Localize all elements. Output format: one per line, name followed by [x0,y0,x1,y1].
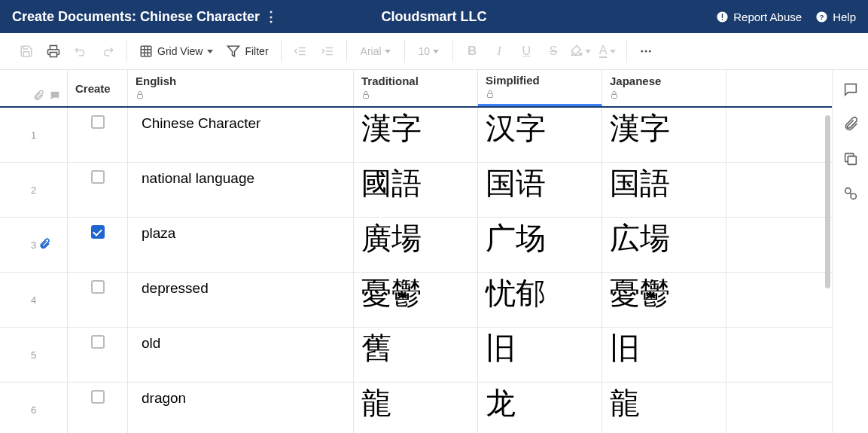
font-size-selector[interactable]: 10 [411,38,447,64]
attachment-icon[interactable] [38,238,50,252]
column-create[interactable]: Create [68,70,128,106]
fill-color-button[interactable] [568,38,593,64]
cell-simplified[interactable]: 龙 [478,383,602,433]
comment-icon [49,90,61,102]
column-english[interactable]: English [128,70,354,106]
font-selector[interactable]: Arial [353,38,398,64]
svg-text:?: ? [820,13,824,21]
redo-button[interactable] [95,38,120,64]
cell-create[interactable] [68,108,128,162]
table-row[interactable]: 4depressed憂鬱忧郁憂鬱 [0,273,832,328]
doc-menu-icon[interactable]: ⋮ [264,8,278,25]
column-english-label: English [136,75,346,87]
svg-rect-26 [848,156,856,164]
attachments-panel-button[interactable] [842,115,860,133]
svg-rect-23 [364,95,369,99]
indent-button[interactable] [315,38,340,64]
cell-traditional[interactable]: 國語 [354,163,478,217]
attachment-icon [32,90,44,102]
cell-create[interactable] [68,383,128,433]
cell-japanese[interactable]: 広場 [602,218,726,272]
cell-create[interactable] [68,328,128,382]
row-number[interactable]: 6 [0,383,68,433]
table-row[interactable]: 1Chinese Character漢字汉字漢字 [0,108,832,163]
svg-rect-1 [722,14,723,18]
undo-button[interactable] [68,38,93,64]
view-selector[interactable]: Grid View [133,38,219,64]
cell-simplified[interactable]: 汉字 [478,108,602,162]
help-link[interactable]: ? Help [815,11,856,23]
table-row[interactable]: 5old舊旧旧 [0,328,832,383]
lock-icon [136,89,346,102]
cell-simplified[interactable]: 忧郁 [478,273,602,327]
svg-rect-5 [50,53,57,57]
create-checkbox[interactable] [91,390,105,404]
bold-button[interactable]: B [459,38,485,64]
cell-japanese[interactable]: 龍 [602,383,726,433]
filter-button[interactable]: Filter [221,38,274,64]
cell-japanese[interactable]: 旧 [602,328,726,382]
more-button[interactable] [633,38,659,64]
create-checkbox[interactable] [91,335,105,349]
row-number[interactable]: 3 [0,218,68,272]
cell-english[interactable]: depressed [128,273,354,327]
cell-traditional[interactable]: 舊 [354,328,478,382]
cell-create[interactable] [68,273,128,327]
italic-button[interactable]: I [486,38,512,64]
doc-title: Create Documents: Chinese Character [12,9,260,25]
column-simplified-label: Simplified [486,74,594,87]
cell-japanese[interactable]: 国語 [602,163,726,217]
svg-rect-6 [141,46,151,56]
cell-traditional[interactable]: 漢字 [354,108,478,162]
column-create-label: Create [75,82,120,95]
scrollbar[interactable] [825,115,830,288]
cell-english[interactable]: national language [128,163,354,217]
create-checkbox[interactable] [91,225,105,239]
table-row[interactable]: 6dragon龍龙龍 [0,383,832,433]
cell-traditional[interactable]: 龍 [354,383,478,433]
cell-english[interactable]: old [128,328,354,382]
comments-panel-button[interactable] [842,81,860,99]
cell-simplified[interactable]: 广场 [478,218,602,272]
cell-english[interactable]: dragon [128,383,354,433]
underline-button[interactable]: U [513,38,539,64]
row-number[interactable]: 2 [0,163,68,217]
link-panel-button[interactable] [842,184,860,203]
svg-point-20 [645,50,647,53]
column-traditional[interactable]: Traditional [354,70,478,106]
table-row[interactable]: 2national language國語国语国語 [0,163,832,218]
caret-down-icon [610,50,616,53]
text-color-button[interactable]: A [595,38,620,64]
report-abuse-label: Report Abuse [733,11,802,23]
cell-create[interactable] [68,163,128,217]
sheet[interactable]: Create English Traditional Simplified Ja… [0,70,832,433]
row-number[interactable]: 1 [0,108,68,162]
copy-panel-button[interactable] [842,150,860,168]
cell-english[interactable]: plaza [128,218,354,272]
cell-create[interactable] [68,218,128,272]
cell-traditional[interactable]: 廣場 [354,218,478,272]
save-button[interactable] [14,38,39,64]
create-checkbox[interactable] [91,115,105,129]
column-simplified[interactable]: Simplified [478,70,602,106]
outdent-button[interactable] [288,38,313,64]
cell-simplified[interactable]: 国语 [478,163,602,217]
row-number[interactable]: 4 [0,273,68,327]
cell-english[interactable]: Chinese Character [128,108,354,162]
report-abuse-link[interactable]: Report Abuse [716,11,802,23]
cell-japanese[interactable]: 漢字 [602,108,726,162]
filter-label: Filter [245,45,268,57]
row-number[interactable]: 5 [0,328,68,382]
svg-point-27 [845,188,850,194]
cell-japanese[interactable]: 憂鬱 [602,273,726,327]
column-japanese[interactable]: Japanese [602,70,726,106]
strikethrough-button[interactable]: S [541,38,566,64]
create-checkbox[interactable] [91,170,105,184]
table-row[interactable]: 3plaza廣場广场広場 [0,218,832,273]
help-icon: ? [815,11,828,23]
print-button[interactable] [41,38,66,64]
cell-simplified[interactable]: 旧 [478,328,602,382]
cell-traditional[interactable]: 憂鬱 [354,273,478,327]
create-checkbox[interactable] [91,280,105,294]
lock-icon [486,88,594,101]
